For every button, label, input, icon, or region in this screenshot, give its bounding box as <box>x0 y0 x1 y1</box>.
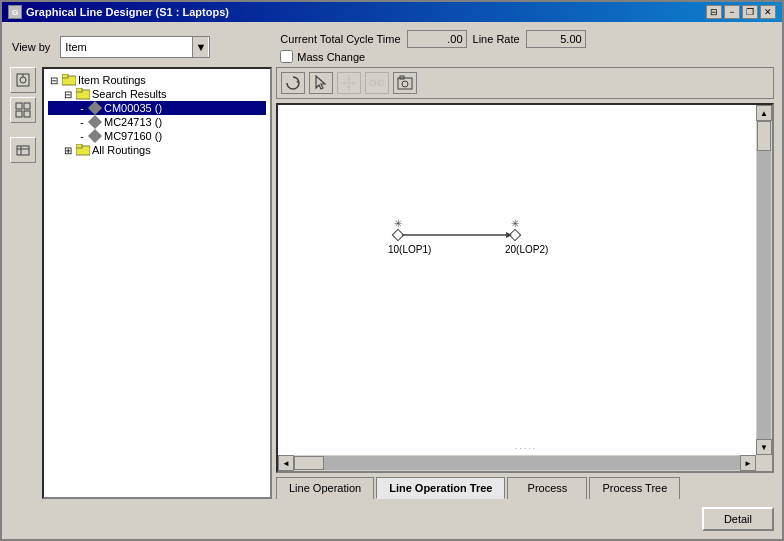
svg-text:✳: ✳ <box>394 218 402 229</box>
bottom-action-row: Detail <box>6 503 778 535</box>
tree-root-label: Item Routings <box>78 74 146 86</box>
scroll-track-h[interactable] <box>294 456 740 470</box>
scroll-track-v[interactable] <box>757 121 771 439</box>
svg-marker-23 <box>352 81 356 85</box>
left-panel: ⊟ Item Routings ⊟ S <box>10 67 272 499</box>
node-2[interactable]: ✳ 20(LOP2) <box>505 218 548 255</box>
main-content: View by Item Operation Resource ▼ Curren… <box>2 22 782 539</box>
all-routings-label: All Routings <box>92 144 151 156</box>
svg-text:✳: ✳ <box>511 218 519 229</box>
canvas-tool-rotate[interactable] <box>281 72 305 94</box>
close-btn[interactable]: ✕ <box>760 5 776 19</box>
title-bar: G Graphical Line Designer (S1 : Laptops)… <box>2 2 782 22</box>
line-rate-label: Line Rate <box>473 33 520 45</box>
svg-marker-20 <box>347 76 351 80</box>
tree-item-1[interactable]: - MC24713 () <box>48 115 266 129</box>
tree-root-item[interactable]: ⊟ Item Routings <box>48 73 266 87</box>
svg-rect-15 <box>76 144 82 148</box>
cycle-time-label: Current Total Cycle Time <box>280 33 400 45</box>
svg-text:20(LOP2): 20(LOP2) <box>505 244 548 255</box>
item-0-expander: - <box>76 103 88 114</box>
tree-item-2-label: MC97160 () <box>104 130 162 142</box>
detail-button[interactable]: Detail <box>702 507 774 531</box>
scroll-left-btn[interactable]: ◄ <box>278 455 294 471</box>
mass-change-row: Mass Change <box>280 50 585 63</box>
search-expander[interactable]: ⊟ <box>62 89 74 100</box>
tab-process[interactable]: Process <box>507 477 587 499</box>
canvas-tool-snapshot[interactable] <box>393 72 417 94</box>
mass-change-checkbox[interactable] <box>280 50 293 63</box>
all-routings-folder-icon <box>76 144 90 156</box>
bottom-tabs: Line Operation Line Operation Tree Proce… <box>276 477 774 499</box>
toolbar: View by Item Operation Resource ▼ Curren… <box>6 26 778 67</box>
diagram-svg: ✳ 10(LOP1) ✳ <box>278 105 756 455</box>
scroll-thumb-v[interactable] <box>757 121 771 151</box>
scroll-down-btn[interactable]: ▼ <box>756 439 772 455</box>
tree-all-routings[interactable]: ⊞ All Routings <box>48 143 266 157</box>
view-by-label: View by <box>12 41 50 53</box>
cycle-time-section: Current Total Cycle Time Line Rate Mass … <box>280 30 585 63</box>
canvas-tool-link <box>365 72 389 94</box>
scrollbar-bottom: ◄ ► <box>278 455 756 471</box>
tab-line-operation-tree[interactable]: Line Operation Tree <box>376 477 505 499</box>
root-icon <box>62 74 76 86</box>
view-by-wrapper: Item Operation Resource ▼ <box>60 36 210 58</box>
scroll-thumb-h[interactable] <box>294 456 324 470</box>
scroll-dots: · · · · · <box>515 444 535 453</box>
canvas-tool-move <box>337 72 361 94</box>
canvas-toolbar <box>276 67 774 99</box>
svg-rect-6 <box>24 111 30 117</box>
cycle-time-row: Current Total Cycle Time Line Rate <box>280 30 585 48</box>
tab-process-tree[interactable]: Process Tree <box>589 477 680 499</box>
tool-btn-2[interactable] <box>10 97 36 123</box>
scrollbar-right: ▲ ▼ <box>756 105 772 455</box>
svg-marker-22 <box>342 81 346 85</box>
svg-rect-3 <box>16 103 22 109</box>
item-0-diamond-icon <box>88 101 102 115</box>
line-rate-input[interactable] <box>526 30 586 48</box>
tree-search-results[interactable]: ⊟ Search Results <box>48 87 266 101</box>
canvas-corner <box>756 455 772 471</box>
canvas-area[interactable]: ✳ 10(LOP1) ✳ <box>276 103 774 473</box>
svg-point-1 <box>20 77 26 83</box>
root-expander[interactable]: ⊟ <box>48 75 60 86</box>
item-2-diamond-icon <box>88 129 102 143</box>
tree-item-0[interactable]: - CM00035 () <box>48 101 266 115</box>
search-folder-icon <box>76 88 90 100</box>
cycle-time-input[interactable] <box>407 30 467 48</box>
item-2-expander: - <box>76 131 88 142</box>
item-1-diamond-icon <box>88 115 102 129</box>
mass-change-label: Mass Change <box>297 51 365 63</box>
svg-marker-16 <box>296 80 299 83</box>
svg-marker-17 <box>316 76 325 89</box>
window-title: Graphical Line Designer (S1 : Laptops) <box>26 6 229 18</box>
tool-btn-1[interactable] <box>10 67 36 93</box>
scroll-right-btn[interactable]: ► <box>740 455 756 471</box>
tree-panel: ⊟ Item Routings ⊟ S <box>42 67 272 499</box>
right-panel: ✳ 10(LOP1) ✳ <box>276 67 774 499</box>
app-icon: G <box>8 5 22 19</box>
restore-btn[interactable]: ❐ <box>742 5 758 19</box>
svg-rect-5 <box>16 111 22 117</box>
tab-line-operation[interactable]: Line Operation <box>276 477 374 499</box>
svg-text:10(LOP1): 10(LOP1) <box>388 244 431 255</box>
all-routings-expander[interactable]: ⊞ <box>62 145 74 156</box>
icon-toolbar <box>10 67 38 499</box>
svg-rect-31 <box>392 229 403 240</box>
minimize-btn[interactable]: − <box>724 5 740 19</box>
tree-item-2[interactable]: - MC97160 () <box>48 129 266 143</box>
svg-point-29 <box>402 81 408 87</box>
view-by-select[interactable]: Item Operation Resource <box>60 36 210 58</box>
resize-btn[interactable]: ⊟ <box>706 5 722 19</box>
item-1-expander: - <box>76 117 88 128</box>
main-window: G Graphical Line Designer (S1 : Laptops)… <box>0 0 784 541</box>
canvas-tool-pointer[interactable] <box>309 72 333 94</box>
svg-rect-13 <box>76 88 82 92</box>
tool-btn-3[interactable] <box>10 137 36 163</box>
scroll-up-btn[interactable]: ▲ <box>756 105 772 121</box>
tree-item-1-label: MC24713 () <box>104 116 162 128</box>
title-buttons: ⊟ − ❐ ✕ <box>706 5 776 19</box>
svg-rect-4 <box>24 103 30 109</box>
node-1[interactable]: ✳ 10(LOP1) <box>388 218 512 255</box>
svg-marker-21 <box>347 86 351 90</box>
